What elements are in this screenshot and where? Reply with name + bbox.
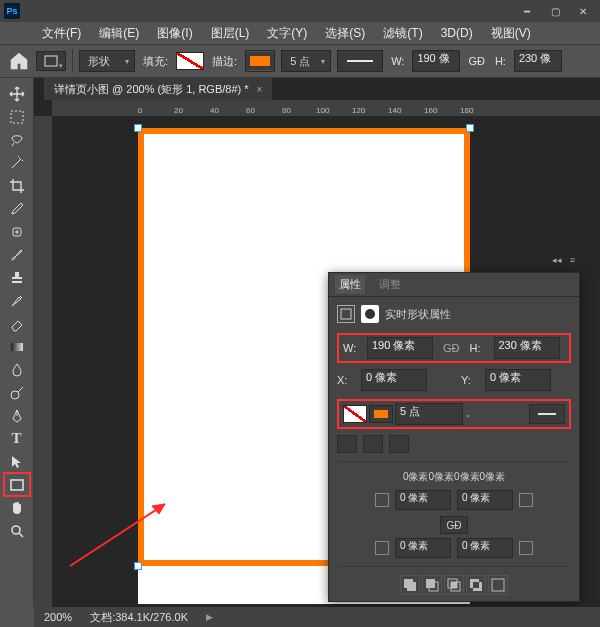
svg-rect-19 [473,582,479,588]
selection-handle[interactable] [466,124,474,132]
history-brush-tool[interactable] [4,289,30,312]
path-select-tool[interactable] [4,450,30,473]
svg-rect-12 [426,579,435,588]
menu-edit[interactable]: 编辑(E) [91,23,147,44]
gradient-tool[interactable] [4,335,30,358]
type-tool[interactable]: T [4,427,30,450]
link-corners-icon[interactable]: GĐ [440,516,468,534]
svg-point-6 [12,526,20,534]
home-icon[interactable] [8,50,30,72]
tool-preset[interactable] [36,51,66,71]
prop-y-label: Y: [461,374,479,386]
pathop-subtract[interactable] [422,575,442,595]
pathop-merge[interactable] [488,575,508,595]
menu-select[interactable]: 选择(S) [317,23,373,44]
menu-3d[interactable]: 3D(D) [433,24,481,42]
doc-info[interactable]: 文档:384.1K/276.0K [90,610,188,625]
hand-tool[interactable] [4,496,30,519]
blur-tool[interactable] [4,358,30,381]
stroke-cap-button[interactable] [363,435,383,453]
document-tab[interactable]: 详情页小图 @ 200% (矩形 1, RGB/8#) * × [44,78,272,100]
corner-br-input[interactable]: 0 像素 [457,538,513,558]
crop-tool[interactable] [4,174,30,197]
link-wh-icon[interactable]: GĐ [466,55,487,67]
lasso-tool[interactable] [4,128,30,151]
corners-readout: 0像素0像素0像素0像素 [337,470,571,484]
fill-swatch[interactable] [176,52,204,70]
prop-x-input[interactable]: 0 像素 [361,369,427,391]
tab-properties[interactable]: 属性 [335,275,365,294]
panel-title: 实时形状属性 [385,307,451,322]
prop-y-input[interactable]: 0 像素 [485,369,551,391]
maximize-button[interactable]: ▢ [542,2,568,20]
height-input[interactable]: 230 像 [514,50,562,72]
stroke-style-select[interactable] [337,50,383,72]
shape-icon [337,305,355,323]
zoom-level[interactable]: 200% [44,611,72,623]
panel-stroke-width[interactable]: 5 点 [395,403,463,425]
tab-adjustments[interactable]: 调整 [375,275,405,294]
panel-stroke-swatch[interactable] [369,405,393,423]
link-wh-icon[interactable]: GĐ [439,342,464,354]
stroke-width-input[interactable]: 5 点 [281,50,331,72]
svg-rect-11 [407,582,416,591]
menu-filter[interactable]: 滤镜(T) [375,23,430,44]
ruler-horizontal[interactable]: 0 20 40 60 80 100 120 140 160 180 [52,100,600,116]
shape-mode-select[interactable]: 形状 [79,50,135,72]
stamp-tool[interactable] [4,266,30,289]
menu-bar: 文件(F) 编辑(E) 图像(I) 图层(L) 文字(Y) 选择(S) 滤镜(T… [0,22,600,44]
properties-panel[interactable]: ◂◂≡ 属性 调整 实时形状属性 W: 190 像素 GĐ H: 230 像素 … [328,272,580,602]
corner-bl-check[interactable] [375,541,389,555]
prop-h-input[interactable]: 230 像素 [494,337,560,359]
stroke-align-button[interactable] [337,435,357,453]
pen-tool[interactable] [4,404,30,427]
stroke-label: 描边: [210,54,239,69]
panel-menu-icon[interactable]: ◂◂≡ [552,255,575,265]
close-tab-icon[interactable]: × [257,84,263,95]
stroke-corner-button[interactable] [389,435,409,453]
tool-palette: T [0,78,34,607]
title-bar: Ps ━ ▢ ✕ [0,0,600,22]
corner-br-check[interactable] [519,541,533,555]
menu-layer[interactable]: 图层(L) [203,23,258,44]
rectangle-tool[interactable] [4,473,30,496]
ruler-vertical[interactable] [34,116,52,607]
pathop-combine[interactable] [400,575,420,595]
width-input[interactable]: 190 像 [412,50,460,72]
close-window-button[interactable]: ✕ [570,2,596,20]
pathop-intersect[interactable] [444,575,464,595]
marquee-tool[interactable] [4,105,30,128]
fill-label: 填充: [141,54,170,69]
eyedropper-tool[interactable] [4,197,30,220]
svg-rect-16 [451,582,457,588]
healing-tool[interactable] [4,220,30,243]
prop-h-label: H: [470,342,488,354]
svg-rect-9 [341,309,351,319]
corner-tr-check[interactable] [519,493,533,507]
magic-wand-tool[interactable] [4,151,30,174]
prop-w-input[interactable]: 190 像素 [367,337,433,359]
menu-file[interactable]: 文件(F) [34,23,89,44]
corner-tr-input[interactable]: 0 像素 [457,490,513,510]
stroke-color-swatch[interactable] [245,50,275,72]
eraser-tool[interactable] [4,312,30,335]
corner-bl-input[interactable]: 0 像素 [395,538,451,558]
menu-type[interactable]: 文字(Y) [259,23,315,44]
menu-image[interactable]: 图像(I) [149,23,200,44]
pathop-exclude[interactable] [466,575,486,595]
zoom-tool[interactable] [4,519,30,542]
move-tool[interactable] [4,82,30,105]
selection-handle[interactable] [134,124,142,132]
panel-stroke-style[interactable] [529,404,565,424]
panel-fill-swatch[interactable] [343,405,367,423]
annotation-arrow [60,496,180,576]
options-bar: 形状 填充: 描边: 5 点 W: 190 像 GĐ H: 230 像 [0,44,600,78]
brush-tool[interactable] [4,243,30,266]
svg-point-4 [11,391,19,399]
svg-marker-8 [152,504,165,514]
corner-tl-check[interactable] [375,493,389,507]
minimize-button[interactable]: ━ [514,2,540,20]
corner-tl-input[interactable]: 0 像素 [395,490,451,510]
menu-view[interactable]: 视图(V) [483,23,539,44]
dodge-tool[interactable] [4,381,30,404]
